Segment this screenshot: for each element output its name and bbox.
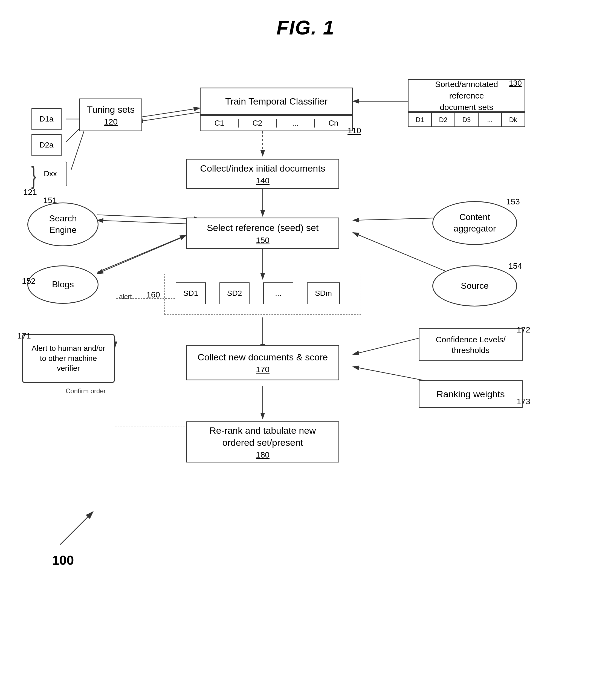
ref-110: 110 [347,126,361,135]
blogs-label: Blogs [52,279,74,291]
confidence-box: Confidence Levels/thresholds [419,328,523,361]
collect-index-num: 140 [256,176,269,185]
search-engine-label: SearchEngine [49,213,77,236]
ref-151: 151 [43,196,57,205]
ref-154: 154 [508,261,522,271]
svg-line-12 [97,220,200,224]
ref-173: 173 [517,397,530,406]
ref-172: 172 [517,325,530,334]
ranking-weights-box: Ranking weights [419,381,523,408]
tuning-sets-label: Tuning sets [87,103,135,116]
alert-box: Alert to human and/orto other machinever… [22,334,115,383]
collect-score-box: Collect new documents & score 170 [186,345,339,381]
ref-dk: Dk [502,113,524,126]
ref-153: 153 [506,197,520,206]
ref-152: 152 [22,277,35,286]
ref-doc-sets-box: Sorted/annotatedreferencedocument sets [408,79,525,112]
search-engine-oval: SearchEngine [27,203,99,246]
rerank-box: Re-rank and tabulate newordered set/pres… [186,421,339,462]
svg-line-4 [71,129,85,170]
doc-d1a: D1a [31,108,62,130]
collect-score-label: Collect new documents & score [197,351,328,363]
cell-cn: Cn [315,119,352,128]
rerank-num: 180 [256,450,269,460]
cell-c2: C2 [239,119,277,128]
svg-line-14 [353,233,451,274]
blogs-oval: Blogs [27,266,99,304]
train-classifier-box: Train Temporal Classifier [200,88,353,115]
collect-score-num: 170 [256,365,269,374]
tuning-sets-box: Tuning sets 120 [79,99,142,131]
collect-index-box: Collect/index initial documents 140 [186,159,339,189]
confidence-label: Confidence Levels/thresholds [436,334,505,356]
select-ref-label: Select reference (seed) set [207,222,318,234]
ref-d3: D3 [455,113,478,126]
cell-dots: ... [277,119,315,128]
svg-line-25 [97,230,200,274]
page-title: FIG. 1 [0,0,611,39]
sd-dots-box: ... [263,282,293,304]
ref-d1: D1 [408,113,432,126]
ref-160: 160 [146,290,160,299]
select-ref-num: 150 [256,236,269,245]
select-ref-box: Select reference (seed) set 150 [186,218,339,249]
sd2-box: SD2 [220,282,250,304]
ref-100: 100 [52,553,74,568]
alert-label: Alert to human and/orto other machinever… [31,343,105,373]
alert-text: alert [119,293,132,300]
source-oval: Source [432,266,517,307]
svg-line-5 [137,108,200,118]
cell-c1: C1 [200,119,239,128]
sd1-box: SD1 [176,282,206,304]
source-label: Source [461,280,488,292]
svg-line-11 [97,235,186,272]
train-classifier-label: Train Temporal Classifier [225,95,328,107]
svg-line-18 [353,367,431,382]
content-aggregator-oval: Contentaggregator [432,201,517,245]
ref-121: 121 [23,188,37,197]
doc-d2a: D2a [31,134,62,156]
content-aggregator-label: Contentaggregator [454,211,496,234]
ref-171: 171 [17,331,31,340]
ref-d2: D2 [432,113,455,126]
sdm-box: SDm [307,282,340,304]
svg-line-6 [137,112,200,122]
rerank-label: Re-rank and tabulate newordered set/pres… [209,425,316,448]
svg-line-10 [97,215,200,219]
ref-doc-sets-label: Sorted/annotatedreferencedocument sets [435,78,498,113]
collect-index-label: Collect/index initial documents [200,162,325,174]
ref-ddots: ... [479,113,502,126]
ranking-weights-label: Ranking weights [436,388,505,400]
doc-dxx: Dxx [34,162,67,186]
classifier-cells-box: C1 C2 ... Cn [200,115,353,131]
svg-line-26 [60,512,93,545]
ref-130-label: 130 [509,79,522,88]
confirm-label: Confirm order [66,387,106,395]
tuning-sets-num: 120 [104,117,118,126]
